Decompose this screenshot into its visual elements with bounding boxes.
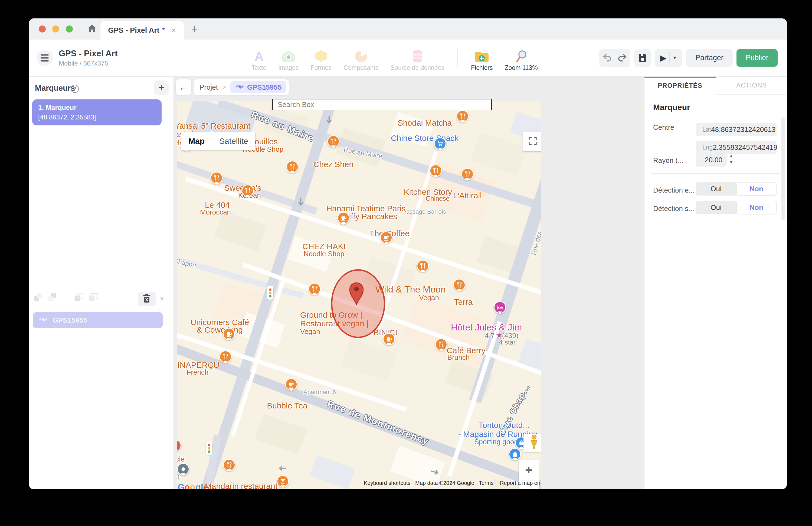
map-pin-restaurant: [453, 279, 466, 291]
fullscreen-button[interactable]: [523, 132, 541, 151]
map-label: Bubble Tea: [267, 401, 307, 410]
map-label: Wild & The Moon: [375, 284, 446, 295]
breadcrumb-current[interactable]: GPS15955: [230, 81, 286, 93]
map-label: Brunch: [447, 353, 469, 361]
attribution-link[interactable]: Keyboard shortcuts: [364, 480, 410, 486]
map-label: cie: [177, 455, 185, 464]
tab-title: GPS - Pixel Art: [108, 26, 159, 35]
minimize-window-button[interactable]: [52, 26, 59, 32]
bring-front-icon[interactable]: [74, 293, 84, 302]
stepper-down-icon[interactable]: ▼: [729, 160, 734, 165]
marker-list-item[interactable]: 1. Marqueur [48.86372, 2.35583]: [32, 99, 162, 125]
close-window-button[interactable]: [39, 26, 46, 32]
map-pin-cart: [434, 137, 446, 150]
sidebar-title: Marqueurs: [35, 84, 75, 93]
bring-forward-icon[interactable]: [34, 293, 43, 302]
new-tab-button[interactable]: +: [184, 18, 205, 40]
tool-formes-button[interactable]: Formes: [304, 44, 337, 71]
detection2-yes-button[interactable]: Oui: [696, 201, 736, 214]
tool-composants-button[interactable]: Composants: [337, 44, 385, 71]
markers-sidebar: Marqueurs ? + 1. Marqueur [48.86372, 2.3…: [29, 77, 174, 489]
menu-button[interactable]: [37, 50, 53, 66]
attribution-link[interactable]: Terms: [479, 480, 493, 486]
save-button[interactable]: [634, 49, 651, 67]
toolbar-actions: ▶ ▼ Partager Publier: [599, 40, 778, 76]
play-options-caret[interactable]: ▼: [672, 55, 677, 61]
breadcrumb-root[interactable]: Projet: [200, 83, 218, 91]
search-input[interactable]: [272, 99, 492, 110]
add-marker-button[interactable]: +: [154, 81, 169, 95]
send-backward-icon[interactable]: [48, 293, 57, 302]
lng-input[interactable]: Lng 2.355832457542419: [696, 141, 777, 154]
panel-scrollbar[interactable]: [781, 117, 785, 220]
map-label: L'Attirail: [453, 191, 482, 200]
detection2-no-button[interactable]: Non: [736, 201, 777, 214]
undo-icon[interactable]: [602, 53, 612, 63]
map-pin-restaurant: [327, 135, 340, 147]
pegman-icon: [530, 435, 538, 451]
traffic-signal-icon: [206, 441, 212, 455]
share-button[interactable]: Partager: [686, 49, 733, 67]
publish-button[interactable]: Publier: [737, 49, 778, 67]
map-building: [255, 414, 307, 455]
tool-source-button[interactable]: Source de données: [385, 44, 451, 71]
map-pin-cafe: [285, 378, 298, 390]
sidebar-divider: [34, 310, 169, 310]
map-type-satellite-button[interactable]: Satellite: [212, 132, 255, 150]
tool-zoom-button[interactable]: Zoom 113%: [499, 44, 544, 71]
back-button[interactable]: ←: [176, 79, 191, 95]
detection1-no-button[interactable]: Non: [736, 182, 777, 196]
map-pin-restaurant: [242, 184, 254, 197]
play-button[interactable]: ▶: [660, 53, 666, 62]
rayon-stepper: ▲ ▼: [729, 154, 734, 165]
send-back-icon[interactable]: [88, 293, 98, 302]
delete-marker-button[interactable]: [138, 292, 156, 306]
panel-tabs: PROPRIÉTÉS ACTIONS: [644, 77, 787, 95]
tab-properties[interactable]: PROPRIÉTÉS: [644, 77, 716, 95]
gps-layer-icon: [39, 315, 48, 325]
app-window: GPS - Pixel Art * × + GPS - Pixel Art Mo…: [29, 18, 787, 489]
toolbar-tools: ATexteImagesFormesComposantsSource de do…: [246, 40, 544, 76]
tool-label: Zoom 113%: [505, 64, 538, 71]
map-label: 4.7: [485, 331, 494, 340]
map-label: 4-star: [499, 339, 516, 346]
active-tab-indicator: [644, 77, 716, 78]
marker-coords: [48.86372, 2.35583]: [38, 113, 156, 121]
close-tab-icon[interactable]: ×: [171, 26, 176, 35]
lng-prefix: Lng: [702, 144, 713, 151]
lat-input[interactable]: Lat 48.86372312420613: [696, 123, 777, 136]
map-building: [214, 211, 266, 251]
tab-actions[interactable]: ACTIONS: [716, 77, 787, 95]
maximize-window-button[interactable]: [66, 26, 73, 32]
attribution-link[interactable]: Report a map error: [500, 480, 541, 486]
stepper-up-icon[interactable]: ▲: [729, 154, 734, 158]
oneway-arrow-icon: [325, 115, 332, 125]
tool-images-button[interactable]: Images: [272, 44, 304, 71]
rayon-input[interactable]: 20.00: [696, 153, 727, 167]
tool-label: Composants: [344, 64, 378, 71]
tool-texte-button[interactable]: ATexte: [246, 44, 272, 71]
save-icon: [638, 53, 648, 63]
delete-options-caret[interactable]: ▼: [159, 296, 165, 302]
map-pin-cafe: [383, 333, 395, 345]
tool-fichiers-button[interactable]: Fichiers: [465, 44, 499, 71]
window-controls: [29, 18, 84, 40]
redo-icon[interactable]: [618, 53, 627, 63]
map-label: Terra: [454, 297, 473, 307]
gps-feature-icon: [235, 83, 244, 92]
pegman-control[interactable]: [523, 434, 541, 452]
map-marker-pin[interactable]: [349, 280, 363, 306]
zoom-in-button[interactable]: +: [519, 460, 539, 480]
detection2-label: Détection s...: [653, 204, 694, 213]
map-pin-cafe: [380, 231, 392, 244]
layer-item-gps[interactable]: GPS15955: [33, 312, 163, 328]
tab-gps-pixel-art[interactable]: GPS - Pixel Art * ×: [100, 21, 184, 40]
detection1-yes-button[interactable]: Oui: [696, 182, 736, 196]
map-label: Vegan: [419, 294, 439, 302]
map-type-map-button[interactable]: Map: [182, 132, 212, 150]
attribution-link[interactable]: Map data ©2024 Google: [415, 480, 474, 486]
formes-icon: [315, 47, 327, 62]
help-icon[interactable]: ?: [71, 85, 79, 93]
home-button[interactable]: [84, 18, 100, 40]
google-map[interactable]: Rue au MaireRue de MontmorencyRue Chap..…: [177, 101, 541, 489]
